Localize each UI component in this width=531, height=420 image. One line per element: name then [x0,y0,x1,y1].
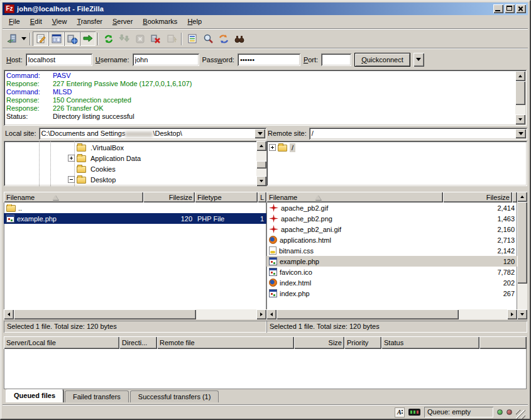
process-queue-icon [119,33,130,45]
scroll-right-button[interactable] [256,309,266,319]
menu-file[interactable]: File [4,16,25,27]
scroll-thumb[interactable] [276,309,459,319]
column-header-remote-file[interactable]: Remote file [157,336,294,349]
toolbar-separator [97,33,99,45]
log-line: Response:226 Transfer OK [6,104,514,113]
scroll-left-button[interactable] [266,309,276,319]
menu-help[interactable]: Help [182,16,207,27]
remote-horizontal-scrollbar[interactable] [266,309,517,319]
menu-transfer[interactable]: Transfer [72,16,107,27]
minimize-button[interactable] [493,4,503,13]
remote-site-combo[interactable]: / [309,128,527,140]
toggle-message-log-button[interactable] [33,31,48,46]
remote-file-row[interactable]: apache_pb2.png 1,463 [266,213,517,224]
tab-successful-transfers[interactable]: Successful transfers (1) [130,390,219,402]
synchronized-browsing-button[interactable] [216,31,231,46]
site-manager-button[interactable] [4,31,19,46]
combo-dropdown-button[interactable] [515,129,526,138]
remote-file-row[interactable]: index.html 202 [266,277,517,288]
collapse-icon[interactable] [68,176,75,183]
column-header-lastmodified[interactable]: L [258,192,266,202]
window-title: john@localhost - FileZilla [17,5,492,13]
username-input[interactable] [133,53,199,66]
scroll-thumb[interactable] [256,161,266,169]
site-manager-dropdown-button[interactable] [19,31,28,46]
remote-file-row[interactable]: favicon.ico 7,782 [266,267,517,277]
tree-item-application-data[interactable]: Application Data [4,153,256,163]
host-input[interactable] [26,53,92,66]
tab-failed-transfers[interactable]: Failed transfers [65,390,129,402]
password-input[interactable] [238,53,300,66]
resize-grip[interactable] [516,410,525,419]
scroll-right-button[interactable] [507,309,517,319]
cancel-operation-button[interactable] [132,31,148,46]
column-header-filesize[interactable]: Filesize [443,192,512,202]
disconnect-button[interactable] [148,31,163,46]
remote-file-row[interactable]: applications.html 2,713 [266,235,517,245]
filter-button[interactable] [184,31,200,46]
tree-item-cookies[interactable]: Cookies [4,163,256,174]
parent-directory-row[interactable]: .. [4,202,266,213]
quickconnect-button[interactable]: Quickconnect [354,53,410,67]
scroll-up-button[interactable] [515,71,525,81]
port-input[interactable] [321,53,351,66]
column-header-priority[interactable]: Priority [344,336,381,349]
scroll-thumb[interactable] [515,81,525,105]
tab-queued-files[interactable]: Queued files [6,389,63,402]
remote-file-row[interactable]: apache_pb2.gif 2,414 [266,202,517,213]
expand-icon[interactable] [68,155,75,162]
scroll-left-button[interactable] [4,309,14,319]
remote-file-row[interactable]: bitnami.css 2,142 [266,245,517,256]
tree-item-root[interactable]: / [266,142,527,153]
remote-file-row[interactable]: apache_pb2_ani.gif 2,160 [266,224,517,235]
scroll-down-button[interactable] [256,176,266,186]
title-bar: Fz john@localhost - FileZilla [3,3,528,15]
toggle-local-tree-button[interactable] [48,31,64,46]
speed-limit-indicator-icon[interactable] [408,409,420,416]
scroll-thumb[interactable] [517,202,527,284]
log-scrollbar[interactable] [515,71,525,124]
tree-item-desktop[interactable]: Desktop [4,174,256,185]
column-header-server-local-file[interactable]: Server/Local file [4,336,119,349]
scroll-thumb[interactable] [14,309,196,319]
scroll-down-button[interactable] [517,309,527,319]
scroll-up-button[interactable] [256,141,266,151]
menu-bookmarks[interactable]: Bookmarks [138,16,182,27]
remote-directory-tree: / [266,141,527,186]
combo-dropdown-button[interactable] [255,129,265,138]
close-button[interactable] [516,4,526,13]
column-header-filename[interactable]: Filename [266,192,443,202]
menu-view[interactable]: View [47,16,72,27]
remote-file-row[interactable]: index.php 267 [266,288,517,299]
expand-icon[interactable] [269,144,276,151]
remote-list-scrollbar[interactable] [517,192,527,319]
column-header-direction[interactable]: Directi... [119,336,157,349]
maximize-button[interactable] [505,4,515,13]
scroll-up-button[interactable] [517,192,527,202]
reconnect-button[interactable] [163,31,179,46]
tree-item-virtualbox[interactable]: .VirtualBox [4,142,256,153]
divider [3,48,528,49]
refresh-button[interactable] [101,31,116,46]
toggle-remote-tree-button[interactable] [64,31,80,46]
column-header-filename[interactable]: Filename [4,192,143,202]
css-file-icon [269,246,276,255]
process-queue-button[interactable] [116,31,132,46]
scroll-down-button[interactable] [515,114,525,124]
local-tree-scrollbar[interactable] [256,141,266,186]
find-files-button[interactable] [231,31,247,46]
toggle-transfer-queue-button[interactable] [80,31,96,46]
column-header-size[interactable]: Size [294,336,344,349]
remote-file-row-selected[interactable]: example.php 120 [266,256,517,267]
column-header-filesize[interactable]: Filesize [143,192,195,202]
column-header-status[interactable]: Status [381,336,479,349]
menu-edit[interactable]: Edit [25,16,47,27]
compare-directories-button[interactable] [200,31,216,46]
ascii-transfer-type-icon[interactable] [395,407,405,417]
local-file-row-selected[interactable]: example.php 120 PHP File 1 [4,213,266,224]
menu-server[interactable]: Server [107,16,138,27]
local-horizontal-scrollbar[interactable] [4,309,266,319]
local-site-combo[interactable]: C:\Documents and Settings\Desktop\ [39,128,266,140]
quickconnect-dropdown-button[interactable] [413,53,424,67]
column-header-filetype[interactable]: Filetype [195,192,258,202]
